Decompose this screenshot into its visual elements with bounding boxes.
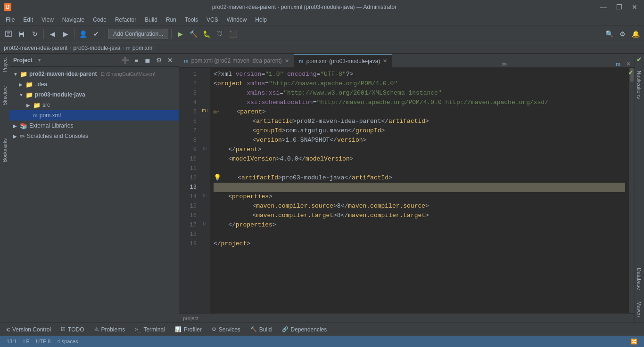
menu-view[interactable]: View: [38, 16, 58, 24]
toolbar-debug-button[interactable]: 🐛: [201, 28, 212, 40]
menu-edit[interactable]: Edit: [19, 16, 37, 24]
profiler-icon: 📊: [175, 326, 182, 332]
bottom-tab-profiler[interactable]: 📊 Profiler: [170, 323, 207, 336]
toolbar-project-icon[interactable]: [3, 28, 14, 40]
toolbar-profile-button[interactable]: 👤: [77, 28, 89, 40]
status-encoding[interactable]: UTF-8: [33, 339, 53, 344]
tab-close-parent[interactable]: ✕: [285, 58, 289, 64]
panel-settings-button[interactable]: ⚙: [154, 56, 164, 65]
maximize-button[interactable]: ❐: [613, 2, 625, 12]
toolbar-sync-button[interactable]: ↻: [29, 28, 41, 40]
menu-window[interactable]: Window: [223, 16, 251, 24]
tab-close-module[interactable]: ✕: [383, 58, 387, 64]
tree-idea-label: .idea: [35, 81, 47, 88]
menu-vcs[interactable]: VCS: [203, 16, 222, 24]
bottom-tab-terminal[interactable]: >_ Terminal: [130, 323, 170, 336]
bottom-tab-services[interactable]: ⚙ Services: [207, 323, 246, 336]
src-folder-icon: 📁: [33, 102, 41, 109]
project-panel: Project ▼ ➕ ≡ ≣ ⚙ ✕ ▼ 📁 pro02-maven-idea…: [9, 54, 179, 323]
panel-close-button[interactable]: ✕: [165, 56, 175, 65]
gutter-14[interactable]: ▷: [200, 190, 210, 200]
status-position[interactable]: 13:1: [4, 339, 19, 344]
toolbar-forward-button[interactable]: ▶: [60, 28, 71, 40]
search-everywhere-button[interactable]: 🔍: [603, 28, 615, 40]
code-span: artifactId: [388, 117, 425, 126]
add-configuration-button[interactable]: Add Configuration...: [108, 29, 168, 39]
tab-pom-parent[interactable]: m pom.xml (pro02-maven-idea-parent) ✕: [179, 54, 294, 67]
toolbar: ↻ ◀ ▶ 👤 ✔ Add Configuration... ▶ 🔨 🐛 🛡 ⬛…: [0, 25, 644, 42]
tab-more-button[interactable]: ≫: [497, 61, 511, 67]
gutter-fold-14[interactable]: ▷: [203, 193, 207, 198]
editor-valid-icon[interactable]: ✔: [635, 54, 644, 65]
menu-tools[interactable]: Tools: [181, 16, 202, 24]
menu-build[interactable]: Build: [141, 16, 161, 24]
tab-pom-module[interactable]: m pom.xml (pro03-module-java) ✕: [294, 54, 393, 67]
tree-item-idea[interactable]: ▶ 📁 .idea: [9, 79, 179, 89]
vertical-scrollbar[interactable]: ✔: [629, 68, 635, 313]
status-line-separator[interactable]: LF: [20, 339, 32, 344]
status-indent[interactable]: 4 spaces: [54, 339, 81, 344]
maven-panel-tab[interactable]: Maven: [635, 296, 644, 323]
notifications-panel-tab[interactable]: Notifications: [635, 65, 644, 105]
code-span: <: [223, 202, 256, 211]
menu-refactor[interactable]: Refactor: [111, 16, 140, 24]
gutter-9[interactable]: ▷: [200, 143, 210, 153]
code-span: com.atguigu.maven: [286, 126, 348, 136]
toolbar-separator-4: [171, 29, 172, 39]
gutter-fold-9[interactable]: ▷: [203, 145, 207, 151]
bottom-tab-todo[interactable]: ☑ TODO: [56, 323, 89, 336]
tree-item-external-libs[interactable]: ▶ 📚 External Libraries: [9, 121, 179, 131]
bottom-tab-problems[interactable]: ⚠ Problems: [90, 323, 131, 336]
database-panel-tab[interactable]: Database: [635, 262, 644, 296]
gutter-13: [200, 181, 210, 190]
breadcrumb-current-file[interactable]: pom.xml: [132, 45, 154, 51]
maven-notification-close[interactable]: ✕: [626, 61, 631, 67]
gutter-17[interactable]: ▷: [200, 218, 210, 228]
tree-item-scratches[interactable]: ▶ ✏ Scratches and Consoles: [9, 131, 179, 141]
gutter-fold-17[interactable]: ▷: [203, 221, 207, 226]
tree-item-pro03[interactable]: ▼ 📁 pro03-module-java: [9, 89, 179, 100]
breadcrumb-module[interactable]: pro03-module-java: [73, 45, 120, 51]
menu-help[interactable]: Help: [251, 16, 271, 24]
sidebar-tab-structure[interactable]: Structure: [1, 84, 8, 107]
update-button[interactable]: 🔔: [630, 28, 641, 40]
panel-collapse-all-button[interactable]: ≣: [143, 56, 152, 65]
code-span: >: [350, 154, 354, 164]
code-content-area[interactable]: <?xml version="1.0" encoding="UTF-8"?> <…: [210, 68, 629, 313]
bottom-tab-dependencies[interactable]: 🔗 Dependencies: [277, 323, 332, 336]
tree-arrow-ext: ▶: [13, 123, 18, 129]
status-git[interactable]: 🔀: [628, 339, 640, 345]
toolbar-back-button[interactable]: ◀: [47, 28, 58, 40]
project-panel-header: Project ▼ ➕ ≡ ≣ ⚙ ✕: [9, 54, 179, 67]
menu-file[interactable]: File: [2, 16, 18, 24]
toolbar-stop-button[interactable]: ⬛: [227, 28, 239, 40]
minimize-button[interactable]: —: [597, 2, 610, 12]
code-line-13: [214, 183, 625, 192]
toolbar-save-button[interactable]: [16, 28, 27, 40]
bottom-tab-build[interactable]: 🔨 Build: [246, 323, 277, 336]
toolbar-check-button[interactable]: ✔: [91, 28, 102, 40]
toolbar-run-button[interactable]: ▶: [174, 28, 186, 40]
tree-root[interactable]: ▼ 📁 pro02-maven-idea-parent E:\ShangGuiG…: [9, 69, 179, 79]
panel-expand-all-button[interactable]: ≡: [132, 56, 141, 65]
sidebar-tab-bookmarks[interactable]: Bookmarks: [1, 137, 8, 164]
gutter-11: [200, 162, 210, 171]
menu-navigate[interactable]: Navigate: [58, 16, 88, 24]
terminal-label: Terminal: [143, 326, 165, 333]
bottom-tab-version-control[interactable]: ⑆ Version Control: [2, 323, 56, 336]
sidebar-tab-project[interactable]: Project: [1, 56, 8, 74]
menu-run[interactable]: Run: [162, 16, 180, 24]
toolbar-build-button[interactable]: 🔨: [188, 28, 199, 40]
breadcrumb-root[interactable]: pro02-maven-idea-parent: [4, 45, 67, 51]
settings-button[interactable]: ⚙: [617, 28, 628, 40]
toolbar-coverage-button[interactable]: 🛡: [214, 28, 225, 40]
menu-code[interactable]: Code: [89, 16, 110, 24]
editor-area: m pom.xml (pro02-maven-idea-parent) ✕ m …: [179, 54, 635, 323]
tree-item-pom[interactable]: m pom.xml: [9, 110, 179, 121]
close-button[interactable]: ✕: [629, 2, 640, 12]
gutter-5[interactable]: m↑: [200, 105, 210, 115]
code-line-10: <modelVersion>4.0.0</modelVersion>: [214, 154, 625, 164]
tree-item-src[interactable]: ▶ 📁 src: [9, 100, 179, 110]
project-panel-dropdown[interactable]: ▼: [37, 57, 42, 63]
panel-add-button[interactable]: ➕: [120, 56, 130, 65]
